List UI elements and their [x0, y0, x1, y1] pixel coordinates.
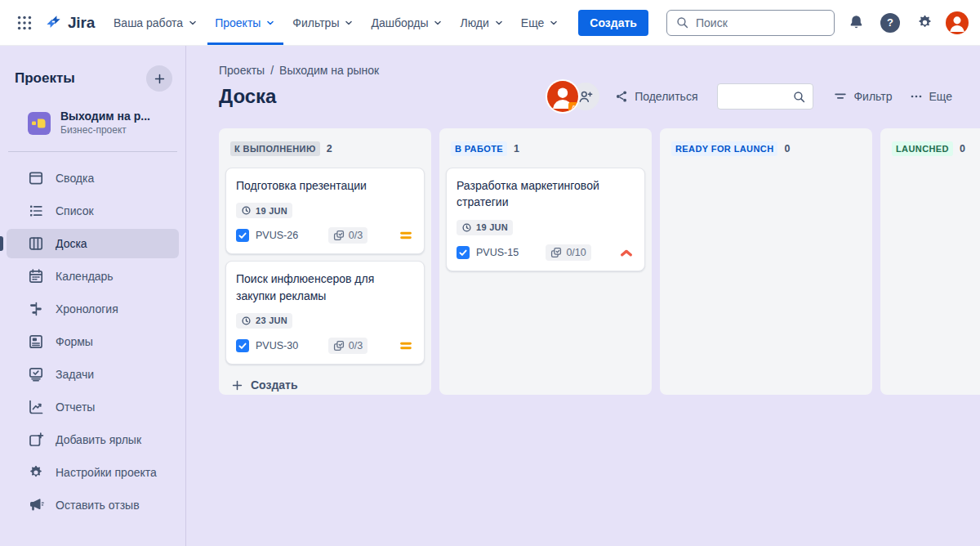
board-column-todo: К ВЫПОЛНЕНИЮ 2 Подготовка презентации 19… — [219, 128, 431, 395]
jira-logo-text: Jira — [68, 14, 95, 32]
subtasks-icon — [333, 230, 345, 241]
page-title: Доска — [219, 85, 276, 108]
navbar-item-people[interactable]: Люди — [452, 0, 511, 45]
clock-icon — [461, 222, 472, 233]
kanban-board: К ВЫПОЛНЕНИЮ 2 Подготовка презентации 19… — [219, 128, 980, 395]
task-type-icon — [457, 246, 470, 259]
sidebar-item-calendar[interactable]: Календарь — [7, 262, 179, 291]
chevron-down-icon — [548, 17, 559, 29]
due-date-badge: 19 JUN — [457, 220, 513, 235]
issue-card[interactable]: Разработка маркетинговой стратегии 19 JU… — [446, 168, 645, 271]
sidebar-item-board[interactable]: Доска — [7, 229, 179, 258]
column-status-badge: К ВЫПОЛНЕНИЮ — [230, 141, 320, 156]
sidebar-item-feedback[interactable]: Оставить отзыв — [7, 490, 179, 520]
breadcrumb-project-name[interactable]: Выходим на рынок — [279, 64, 379, 77]
navbar-item-more[interactable]: Еще — [514, 0, 568, 45]
top-navbar: Jira Ваша работа Проекты Фильтры Дашборд… — [0, 0, 980, 46]
navbar-item-dashboards[interactable]: Дашборды — [363, 0, 451, 45]
column-status-badge: В РАБОТЕ — [451, 141, 507, 156]
board-toolbar: A Поделиться Фильтр — [547, 81, 954, 112]
navbar-item-projects[interactable]: Проекты — [207, 0, 283, 45]
board-column-in-progress: В РАБОТЕ 1 Разработка маркетинговой стра… — [439, 128, 652, 395]
sidebar-project-item[interactable]: Выходим на р... Бизнес-проект — [7, 110, 179, 136]
clock-icon — [241, 316, 252, 326]
issue-key: PVUS-15 — [476, 247, 519, 258]
tasks-icon — [28, 366, 44, 383]
create-button[interactable]: Создать — [578, 10, 648, 36]
forms-icon — [28, 333, 44, 350]
assignee-avatar[interactable]: A — [547, 81, 578, 112]
settings-icon — [28, 464, 44, 481]
project-type: Бизнес-проект — [60, 124, 150, 137]
column-status-badge: READY FOR LAUNCH — [671, 141, 777, 156]
timeline-icon — [28, 301, 44, 317]
bell-icon — [848, 14, 865, 31]
gear-icon — [916, 14, 933, 31]
chevron-down-icon — [187, 17, 198, 29]
sidebar-item-summary[interactable]: Сводка — [7, 163, 179, 193]
board-search[interactable] — [717, 83, 813, 110]
jira-logo[interactable]: Jira — [41, 13, 103, 32]
sidebar-item-issues[interactable]: Задачи — [7, 360, 179, 389]
project-avatar-icon — [28, 112, 51, 135]
issue-title: Поиск инфлюенсеров для закупки рекламы — [236, 271, 414, 304]
jira-logo-icon — [44, 13, 63, 32]
breadcrumb-projects[interactable]: Проекты — [219, 64, 265, 77]
board-search-input[interactable] — [724, 90, 792, 103]
add-person-icon — [577, 88, 594, 105]
column-count: 0 — [784, 143, 790, 154]
sidebar: Проекты Выходим на р... Бизнес-проект Св… — [0, 46, 186, 546]
filter-icon — [833, 89, 848, 104]
board-column-ready-for-launch: READY FOR LAUNCH 0 — [660, 128, 872, 395]
sidebar-item-timeline[interactable]: Хронология — [7, 294, 179, 324]
filter-button[interactable]: Фильтр — [831, 86, 893, 107]
sidebar-item-reports[interactable]: Отчеты — [7, 392, 179, 422]
global-search[interactable] — [666, 10, 835, 36]
plus-icon — [230, 378, 244, 392]
global-search-input[interactable] — [696, 16, 826, 29]
shortcut-icon — [28, 432, 44, 448]
settings-button[interactable] — [911, 10, 938, 36]
notifications-button[interactable] — [843, 10, 869, 36]
app-grid-icon — [16, 14, 33, 32]
priority-medium-icon — [398, 227, 414, 244]
navbar-item-your-work[interactable]: Ваша работа — [106, 0, 206, 45]
search-icon — [792, 90, 806, 104]
sidebar-item-add-shortcut[interactable]: Добавить ярлык — [7, 425, 179, 454]
due-date-badge: 23 JUN — [236, 313, 292, 329]
share-button[interactable]: Поделиться — [612, 86, 699, 107]
plus-icon — [153, 72, 167, 86]
sidebar-item-forms[interactable]: Формы — [7, 327, 179, 356]
subtasks-icon — [550, 247, 562, 258]
list-icon — [28, 203, 44, 219]
add-project-button[interactable] — [146, 65, 172, 92]
create-issue-button[interactable]: Создать — [225, 371, 425, 395]
board-column-launched: LAUNCHED 0 — [880, 128, 980, 395]
column-count: 0 — [960, 143, 965, 154]
share-icon — [614, 89, 629, 104]
person-icon — [946, 11, 969, 34]
chevron-down-icon — [265, 17, 276, 29]
main-content: Проекты / Выходим на рынок Доска A — [186, 46, 980, 546]
profile-avatar[interactable] — [946, 11, 969, 34]
help-button[interactable]: ? — [877, 10, 903, 36]
column-status-badge: LAUNCHED — [892, 141, 953, 156]
issue-key: PVUS-30 — [256, 340, 298, 351]
more-button[interactable]: Еще — [907, 86, 955, 107]
issue-key: PVUS-26 — [256, 230, 298, 241]
subtasks-icon — [333, 340, 345, 351]
priority-medium-icon — [398, 338, 414, 354]
column-count: 1 — [514, 143, 519, 154]
issue-card[interactable]: Поиск инфлюенсеров для закупки рекламы 2… — [225, 261, 425, 365]
breadcrumb-separator: / — [270, 64, 274, 77]
task-type-icon — [236, 339, 249, 352]
issue-card[interactable]: Подготовка презентации 19 JUN PVUS-26 0/… — [225, 168, 425, 254]
issue-title: Разработка маркетинговой стратегии — [457, 177, 635, 211]
board-icon — [28, 235, 44, 252]
navbar-item-filters[interactable]: Фильтры — [285, 0, 362, 45]
priority-high-icon — [618, 244, 635, 261]
feedback-icon — [28, 497, 44, 513]
sidebar-item-project-settings[interactable]: Настройки проекта — [7, 458, 179, 487]
sidebar-item-list[interactable]: Список — [7, 196, 179, 226]
app-switcher-button[interactable] — [11, 10, 38, 36]
